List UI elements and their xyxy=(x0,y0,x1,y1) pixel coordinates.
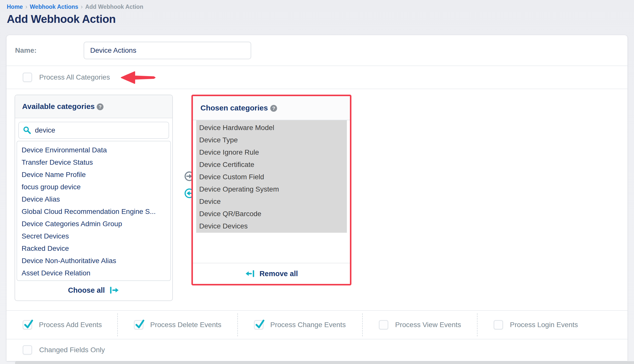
chosen-category-item[interactable]: Device Hardware Model xyxy=(196,122,347,134)
event-checkbox[interactable] xyxy=(379,320,388,330)
changed-fields-label: Changed Fields Only xyxy=(39,346,105,354)
available-category-item[interactable]: Secret Devices xyxy=(17,230,170,242)
breadcrumb-current: Add Webhook Action xyxy=(85,4,143,10)
available-panel-header: Available categories ? xyxy=(15,95,172,118)
name-input[interactable] xyxy=(84,42,251,59)
remove-all-label: Remove all xyxy=(259,270,298,278)
available-category-item[interactable]: focus group device xyxy=(17,181,170,193)
categories-section: Available categories ? Device Environmen… xyxy=(7,89,627,311)
event-option[interactable]: Process Add Events xyxy=(7,311,118,339)
event-label: Process Login Events xyxy=(510,321,578,329)
event-option[interactable]: Process Login Events xyxy=(478,311,627,339)
chosen-list: Device Hardware Model Device Type Device… xyxy=(196,120,347,233)
available-panel-title: Available categories xyxy=(22,102,95,111)
page-title: Add Webhook Action xyxy=(7,13,634,25)
available-category-item[interactable]: Racked Device xyxy=(17,242,170,255)
chosen-panel-title: Chosen categories xyxy=(200,104,268,112)
event-option[interactable]: Process Delete Events xyxy=(118,311,238,339)
chosen-category-item[interactable]: Device Devices xyxy=(196,220,347,232)
help-icon[interactable]: ? xyxy=(270,105,277,112)
available-category-item[interactable]: Device Name Profile xyxy=(17,168,170,181)
event-label: Process Change Events xyxy=(270,321,346,329)
red-highlight-arrow-icon xyxy=(121,71,156,84)
available-list: Device Environmental Data Transfer Devic… xyxy=(17,141,171,281)
event-checkbox[interactable] xyxy=(134,320,143,330)
event-checkbox[interactable] xyxy=(23,320,32,330)
available-search-area xyxy=(15,118,172,139)
process-all-label: Process All Categories xyxy=(39,73,110,81)
event-label: Process Delete Events xyxy=(150,321,221,329)
chosen-category-item[interactable]: Device QR/Barcode xyxy=(196,208,347,220)
available-category-item[interactable]: Device Environmental Data xyxy=(17,144,170,156)
process-all-checkbox[interactable] xyxy=(23,73,32,82)
event-checkbox[interactable] xyxy=(254,320,263,330)
page-header: Home › Webhook Actions › Add Webhook Act… xyxy=(0,0,634,25)
event-option[interactable]: Process Change Events xyxy=(238,311,363,339)
chosen-category-item[interactable]: Device xyxy=(196,195,347,208)
available-category-item[interactable]: Device Alias xyxy=(17,193,170,205)
chosen-categories-panel: Chosen categories ? Device Hardware Mode… xyxy=(191,95,351,285)
remove-all-arrow-icon xyxy=(245,269,255,278)
available-search-input[interactable] xyxy=(35,126,165,134)
choose-all-arrow-icon xyxy=(109,286,119,294)
breadcrumb: Home › Webhook Actions › Add Webhook Act… xyxy=(7,4,634,10)
bottom-edge-strip xyxy=(15,361,634,364)
available-category-item[interactable]: Device Non-Authoritative Alias xyxy=(17,255,170,267)
choose-all-button[interactable]: Choose all xyxy=(15,280,172,300)
breadcrumb-home-link[interactable]: Home xyxy=(7,4,23,10)
help-icon[interactable]: ? xyxy=(97,103,103,110)
chosen-category-item[interactable]: Device Operating System xyxy=(196,183,347,195)
remove-all-button[interactable]: Remove all xyxy=(193,263,350,284)
name-row: Name: xyxy=(7,35,627,66)
chosen-category-item[interactable]: Device Type xyxy=(196,134,347,146)
webhook-form-card: Name: Process All Categories Available c… xyxy=(7,35,627,361)
available-category-item[interactable]: Asset Device Relation xyxy=(17,267,170,279)
breadcrumb-webhook-actions-link[interactable]: Webhook Actions xyxy=(30,4,78,10)
event-option[interactable]: Process View Events xyxy=(363,311,478,339)
name-label: Name: xyxy=(15,46,84,54)
breadcrumb-separator: › xyxy=(81,4,83,10)
checkmark-icon xyxy=(24,319,34,330)
chosen-panel-header: Chosen categories ? xyxy=(193,96,350,120)
event-label: Process Add Events xyxy=(39,321,102,329)
checkmark-icon xyxy=(135,319,145,330)
event-checkbox[interactable] xyxy=(494,320,503,330)
changed-fields-checkbox[interactable] xyxy=(23,345,32,355)
chosen-category-item[interactable]: Device Ignore Rule xyxy=(196,146,347,158)
search-icon xyxy=(23,126,31,135)
checkmark-icon xyxy=(255,319,265,330)
choose-all-label: Choose all xyxy=(68,286,105,294)
available-category-item[interactable]: Device Categories Admin Group xyxy=(17,218,170,230)
available-search-box[interactable] xyxy=(18,122,169,139)
process-events-row: Process Add Events Process Delete Events xyxy=(7,311,627,339)
changed-fields-row: Changed Fields Only xyxy=(7,339,627,360)
chosen-category-item[interactable]: Device Certificate xyxy=(196,158,347,171)
breadcrumb-separator: › xyxy=(25,4,27,10)
process-all-row: Process All Categories xyxy=(7,66,627,89)
available-categories-panel: Available categories ? Device Environmen… xyxy=(15,95,173,301)
available-category-item[interactable]: Transfer Device Status xyxy=(17,156,170,168)
available-category-item[interactable]: Global Cloud Recommendation Engine S... xyxy=(17,205,170,218)
event-label: Process View Events xyxy=(395,321,461,329)
chosen-category-item[interactable]: Device Custom Field xyxy=(196,171,347,183)
